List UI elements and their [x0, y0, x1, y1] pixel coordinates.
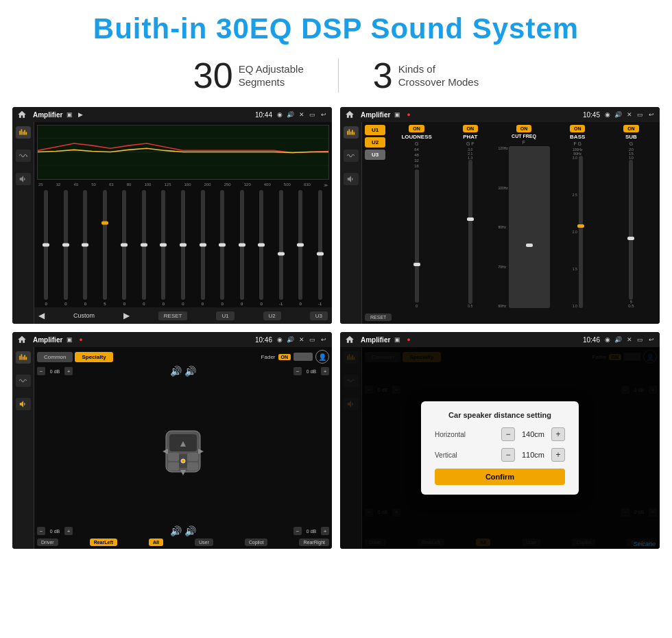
eq-slider-9[interactable]: 0	[193, 189, 212, 306]
minimize-icon: ▭	[308, 110, 317, 119]
eq-slider-14[interactable]: 0	[291, 189, 310, 306]
phat-on-btn[interactable]: ON	[463, 125, 479, 132]
speaker-icon-3[interactable]	[16, 398, 31, 410]
btn-rearright-3[interactable]: RearRight	[299, 539, 329, 546]
screen2-crossover: Amplifier ▣ ● 10:45 ◉ 🔊 ✕ ▭ ↩	[340, 107, 660, 324]
screen4-status-bar: Amplifier ▣ ● 10:46 ◉ 🔊 ✕ ▭ ↩	[340, 332, 660, 347]
speaker-layout: − 0 dB + 🔊 🔊 − 0 dB +	[37, 366, 329, 536]
btn-user-3[interactable]: User	[195, 539, 213, 546]
location-icon-4: ◉	[603, 335, 612, 344]
home-icon-3[interactable]	[16, 334, 27, 345]
spk-bl-plus[interactable]: +	[64, 527, 73, 535]
eq-custom-label: Custom	[73, 312, 95, 319]
channel-cutfreq: ON CUT FREQ F 120Hz100Hz80Hz70Hz60Hz	[498, 125, 549, 308]
eq-u1-button[interactable]: U1	[216, 311, 234, 320]
eq-u3-button[interactable]: U3	[310, 311, 328, 320]
spk-tl-plus[interactable]: +	[64, 367, 73, 375]
wave-icon-3[interactable]	[16, 375, 31, 387]
dot-icon-3: ●	[76, 335, 85, 344]
dialog-title: Car speaker distance setting	[435, 411, 565, 419]
eq-slider-8[interactable]: 0	[174, 189, 193, 306]
cross-reset-button[interactable]: RESET	[365, 314, 392, 321]
btn-driver-3[interactable]: Driver	[37, 539, 58, 546]
spk-br-plus[interactable]: +	[321, 527, 329, 535]
wave-icon[interactable]	[16, 150, 31, 162]
eq-u2-button[interactable]: U2	[263, 311, 281, 320]
horizontal-minus-button[interactable]: −	[501, 427, 515, 441]
spk-tr-plus[interactable]: +	[321, 367, 329, 375]
home-icon-4[interactable]	[344, 334, 355, 345]
screen3-time: 10:46	[255, 336, 272, 344]
speaker-icon-2[interactable]	[344, 173, 359, 185]
profile-icon-3[interactable]: 👤	[315, 350, 329, 364]
eq-prev-button[interactable]: ◀	[38, 311, 45, 320]
screen1-status-icons: ▣ ▶	[65, 110, 85, 119]
cross-u2-button[interactable]: U2	[365, 137, 385, 147]
spk-br-minus[interactable]: −	[293, 527, 302, 535]
horizontal-plus-button[interactable]: +	[551, 427, 565, 441]
eq-slider-15[interactable]: -1	[311, 189, 329, 306]
tab-specialty-3[interactable]: Specialty	[75, 352, 112, 362]
eq-slider-6[interactable]: 0	[135, 189, 154, 306]
speaker-bl-icon: 🔊	[170, 525, 182, 536]
speaker-icon[interactable]	[16, 173, 31, 185]
tab-common-3[interactable]: Common	[37, 352, 73, 362]
screen2-app-title: Amplifier	[361, 111, 390, 119]
confirm-button[interactable]: Confirm	[435, 469, 565, 485]
eq-icon-2[interactable]	[344, 126, 359, 139]
vertical-plus-button[interactable]: +	[551, 448, 565, 462]
eq-icon-3[interactable]	[16, 351, 31, 364]
svg-marker-29	[163, 449, 168, 454]
vertical-minus-button[interactable]: −	[501, 448, 515, 462]
spk-bl-minus[interactable]: −	[37, 527, 45, 535]
svg-rect-3	[24, 130, 25, 135]
speaker-br-icon: 🔊	[184, 525, 196, 536]
sub-on-btn[interactable]: ON	[623, 125, 639, 132]
eq-slider-13[interactable]: -1	[272, 189, 290, 306]
eq-next-button[interactable]: ▶	[123, 311, 130, 320]
dot-icon-2: ●	[404, 110, 413, 119]
cross-presets: U1 U2 U3	[365, 125, 385, 308]
bass-on-btn[interactable]: ON	[570, 125, 586, 132]
eq-slider-11[interactable]: 0	[232, 189, 251, 306]
fader-slider-3[interactable]	[293, 353, 313, 361]
eq-reset-button[interactable]: RESET	[158, 311, 188, 320]
eq-slider-12[interactable]: 0	[252, 189, 271, 306]
eq-slider-3[interactable]: 0	[76, 189, 95, 306]
svg-rect-15	[21, 354, 22, 359]
loudness-on-btn[interactable]: ON	[409, 125, 424, 132]
cutfreq-on-btn[interactable]: ON	[516, 125, 532, 132]
horizontal-stepper: − 140cm +	[501, 427, 565, 441]
btn-rearleft-3[interactable]: RearLeft	[90, 539, 117, 546]
spk-tl-minus[interactable]: −	[37, 367, 45, 375]
minimize-icon-3: ▭	[308, 335, 317, 344]
screen2-status-icons: ▣ ●	[393, 110, 413, 119]
eq-slider-1[interactable]: 0	[37, 189, 56, 306]
fader-on-badge-3: ON	[278, 354, 291, 360]
svg-rect-12	[352, 130, 353, 135]
eq-slider-5[interactable]: 0	[115, 189, 134, 306]
cross-u3-button[interactable]: U3	[365, 150, 385, 160]
close-icon-4: ✕	[625, 335, 634, 344]
eq-slider-10[interactable]: 0	[213, 189, 232, 306]
btn-all-3[interactable]: All	[149, 539, 163, 546]
btn-copilot-3[interactable]: Copilot	[245, 539, 268, 546]
screen3-amp: Amplifier ▣ ● 10:46 ◉ 🔊 ✕ ▭ ↩	[12, 332, 332, 549]
home-icon[interactable]	[16, 109, 27, 120]
screen3-status-bar: Amplifier ▣ ● 10:46 ◉ 🔊 ✕ ▭ ↩	[12, 332, 332, 347]
screen1-right-icons: ◉ 🔊 ✕ ▭ ↩	[275, 110, 328, 119]
svg-rect-21	[168, 453, 179, 461]
cross-u1-button[interactable]: U1	[365, 125, 385, 135]
spk-tr-minus[interactable]: −	[293, 367, 302, 375]
eq-slider-2[interactable]: 0	[57, 189, 75, 306]
eq-slider-4[interactable]: 5	[96, 189, 115, 306]
speaker-tr-icon: 🔊	[184, 366, 196, 377]
channel-phat: ON PHAT G F 3.0 2.1 1.3 0.5	[444, 125, 496, 308]
home-icon-2[interactable]	[344, 109, 355, 120]
eq-icon[interactable]	[16, 126, 31, 139]
eq-slider-7[interactable]: 0	[154, 189, 173, 306]
screen1-app-title: Amplifier	[33, 111, 62, 119]
svg-rect-24	[187, 462, 198, 471]
wave-icon-2[interactable]	[344, 150, 359, 162]
amp-bottom-buttons: Driver RearLeft All User Copilot RearRig…	[37, 539, 329, 546]
